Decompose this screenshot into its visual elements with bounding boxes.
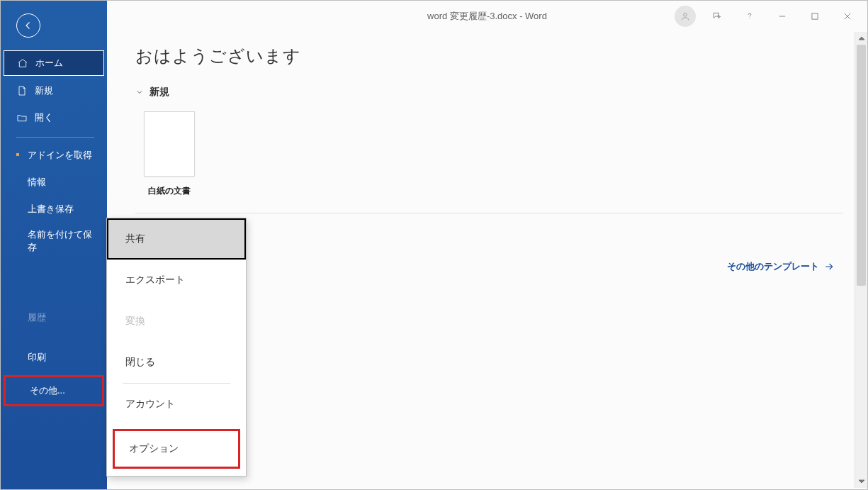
chevron-down-icon [135,88,144,96]
section-new-label: 新規 [150,86,169,99]
menu-account-label: アカウント [125,398,175,409]
section-new-header[interactable]: 新規 [135,86,850,99]
coming-soon-button[interactable] [701,6,733,27]
menu-account[interactable]: アカウント [107,384,246,425]
close-button[interactable] [832,6,863,27]
menu-transform: 変換 [107,301,246,342]
title-bar: word 変更履歴-3.docx - Word [107,1,867,32]
section-divider [135,213,843,213]
menu-options-label: オプション [129,442,179,454]
nav-print[interactable]: 印刷 [1,344,107,371]
svg-point-1 [750,18,750,18]
menu-share[interactable]: 共有 [107,218,246,260]
nav-info-label: 情報 [28,177,46,187]
scroll-thumb[interactable] [857,45,866,286]
home-icon [17,57,28,69]
nav-get-addins[interactable]: アドインを取得 [1,142,107,169]
template-blank[interactable]: 白紙の文書 [144,111,195,197]
scroll-track[interactable] [855,45,867,475]
other-popup-menu: 共有 エクスポート 変換 閉じる アカウント オプション [106,218,247,477]
help-button[interactable] [734,6,765,27]
app-window: ホーム 新規 開く アドインを取得 情報 上書き保存 名前を付けて保存 履歴 印… [0,0,868,490]
backstage-sidebar: ホーム 新規 開く アドインを取得 情報 上書き保存 名前を付けて保存 履歴 印… [1,1,107,489]
menu-close-label: 閉じる [125,356,155,367]
more-templates-label: その他のテンプレート [727,260,819,273]
nav-open[interactable]: 開く [1,104,107,131]
nav-other-label: その他... [30,385,65,396]
svg-point-0 [684,13,687,16]
nav-get-addins-label: アドインを取得 [28,150,92,160]
nav-save-as-label: 名前を付けて保存 [28,229,92,252]
menu-close[interactable]: 閉じる [107,342,246,383]
window-title: word 変更履歴-3.docx - Word [427,10,547,23]
template-row: 白紙の文書 [135,111,850,197]
greeting-heading: おはようございます [135,45,850,67]
document-icon [16,85,28,96]
nav-new-label: 新規 [35,84,53,97]
menu-share-label: 共有 [125,233,145,244]
more-templates-link[interactable]: その他のテンプレート [727,260,835,273]
nav-home-label: ホーム [35,57,63,69]
scroll-up-button[interactable] [855,32,867,45]
minimize-button[interactable] [767,6,798,27]
titlebar-controls [675,1,863,32]
nav-history-label: 履歴 [28,312,46,323]
maximize-button[interactable] [799,6,830,27]
folder-open-icon [16,112,28,123]
nav-print-label: 印刷 [28,352,46,362]
account-avatar[interactable] [675,6,696,27]
nav-info[interactable]: 情報 [1,169,107,196]
svg-rect-2 [812,13,818,19]
addin-indicator-icon [16,153,19,156]
nav-history: 履歴 [1,304,107,331]
vertical-scrollbar[interactable] [855,32,867,488]
menu-export[interactable]: エクスポート [107,260,246,301]
menu-options[interactable]: オプション [113,429,240,469]
nav-save-as[interactable]: 名前を付けて保存 [1,223,107,259]
sidebar-divider [16,137,94,138]
template-blank-thumb[interactable] [144,111,195,177]
nav-other[interactable]: その他... [4,375,104,406]
menu-export-label: エクスポート [125,274,185,285]
nav-save-label: 上書き保存 [28,204,74,214]
nav-open-label: 開く [35,111,53,124]
nav-save[interactable]: 上書き保存 [1,196,107,223]
back-button[interactable] [16,13,40,38]
menu-transform-label: 変換 [125,315,145,326]
scroll-down-button[interactable] [855,475,867,488]
template-blank-caption: 白紙の文書 [148,185,191,197]
nav-home[interactable]: ホーム [4,50,104,76]
arrow-right-icon [823,261,835,272]
nav-new[interactable]: 新規 [1,77,107,104]
